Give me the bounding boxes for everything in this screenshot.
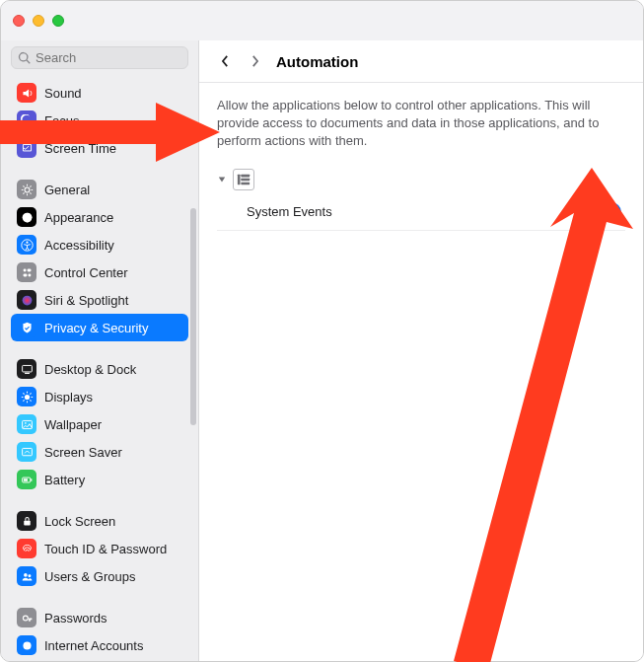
appearance-icon	[17, 207, 36, 227]
page-title: Automation	[276, 53, 358, 70]
sidebar-item-lockscreen[interactable]: Lock Screen	[11, 507, 188, 535]
sidebar-item-label: Appearance	[44, 210, 113, 225]
forward-button[interactable]	[243, 50, 266, 72]
wallpaper-icon	[17, 414, 36, 434]
close-window-button[interactable]	[13, 15, 25, 27]
back-button[interactable]	[213, 50, 237, 72]
battery-icon	[17, 470, 36, 489]
sidebar-item-general[interactable]: General	[11, 176, 188, 203]
permission-row: System Events	[217, 194, 625, 231]
sidebar-item-label: Lock Screen	[44, 514, 115, 529]
sidebar-item-desktop[interactable]: Desktop & Dock	[11, 355, 188, 383]
svg-rect-14	[22, 448, 32, 455]
siri-icon	[17, 290, 36, 310]
sidebar-item-label: Displays	[44, 390, 93, 405]
sidebar-item-touchid[interactable]: Touch ID & Password	[11, 535, 188, 562]
svg-rect-9	[22, 365, 32, 372]
svg-rect-5	[27, 268, 31, 271]
sound-icon	[17, 83, 36, 103]
internet-icon: @	[17, 635, 36, 655]
description-text: Allow the applications below to control …	[217, 97, 625, 151]
sidebar-item-label: Touch ID & Password	[44, 542, 167, 556]
svg-point-13	[25, 422, 27, 424]
search-icon	[18, 51, 32, 65]
sidebar-item-label: Wallpaper	[44, 417, 102, 432]
sidebar-scrollbar[interactable]	[190, 208, 196, 425]
users-icon	[17, 566, 36, 586]
sidebar-item-label: Screen Saver	[44, 445, 122, 460]
sidebar-item-label: General	[44, 183, 90, 197]
app-icon	[233, 169, 254, 190]
sidebar-item-label: Accessibility	[44, 238, 114, 253]
accessibility-icon	[17, 235, 36, 255]
sidebar-item-displays[interactable]: Displays	[11, 383, 188, 410]
sidebar-item-label: Battery	[44, 473, 85, 487]
permission-toggle[interactable]	[588, 202, 621, 222]
sidebar-item-label: Internet Accounts	[44, 638, 143, 653]
disclosure-triangle-icon[interactable]	[217, 176, 227, 184]
general-icon	[17, 180, 36, 199]
app-disclosure-row[interactable]	[217, 165, 625, 194]
svg-rect-10	[25, 372, 30, 373]
sidebar-item-appearance[interactable]: Appearance	[11, 203, 188, 231]
sidebar-item-screensaver[interactable]: Screen Saver	[11, 438, 188, 466]
sidebar-item-screentime[interactable]: Screen Time	[11, 134, 188, 162]
sidebar-item-internet[interactable]: @Internet Accounts	[11, 631, 188, 659]
svg-rect-30	[238, 174, 241, 184]
sidebar-item-accessibility[interactable]: Accessibility	[11, 231, 188, 258]
svg-rect-31	[241, 174, 250, 177]
svg-point-21	[23, 616, 28, 621]
search-input[interactable]	[36, 50, 181, 65]
svg-rect-17	[23, 478, 27, 480]
svg-rect-18	[24, 520, 31, 525]
sidebar-item-label: Privacy & Security	[44, 321, 148, 335]
desktop-icon	[17, 359, 36, 379]
sidebar-item-label: Control Center	[44, 265, 128, 280]
svg-rect-33	[241, 182, 250, 184]
sidebar-item-label: Desktop & Dock	[44, 362, 136, 377]
svg-rect-16	[31, 478, 32, 480]
svg-point-0	[25, 187, 30, 192]
sidebar-item-battery[interactable]: Battery	[11, 466, 188, 493]
sidebar-item-users[interactable]: Users & Groups	[11, 562, 188, 590]
titlebar	[1, 1, 643, 40]
sidebar-item-sound[interactable]: Sound	[11, 79, 188, 107]
sidebar-item-focus[interactable]: Focus	[11, 107, 188, 134]
sidebar-item-label: Sound	[44, 86, 82, 101]
displays-icon	[17, 387, 36, 406]
sidebar-item-passwords[interactable]: Passwords	[11, 604, 188, 631]
lockscreen-icon	[17, 511, 36, 531]
screensaver-icon	[17, 442, 36, 462]
touchid-icon	[17, 539, 36, 558]
privacy-icon	[17, 318, 36, 337]
sidebar-item-privacy[interactable]: Privacy & Security	[11, 314, 188, 341]
svg-point-11	[24, 394, 29, 399]
svg-point-4	[23, 268, 26, 271]
screentime-icon	[17, 138, 36, 158]
svg-rect-6	[23, 273, 27, 276]
sidebar-item-label: Screen Time	[44, 141, 116, 156]
svg-point-19	[24, 573, 28, 577]
sidebar: SoundFocusScreen TimeGeneralAppearanceAc…	[1, 40, 198, 661]
svg-marker-29	[219, 177, 225, 182]
passwords-icon	[17, 608, 36, 627]
sidebar-item-wallpaper[interactable]: Wallpaper	[11, 410, 188, 438]
sidebar-item-label: Focus	[44, 113, 79, 128]
content-header: Automation	[199, 40, 643, 83]
minimize-window-button[interactable]	[33, 15, 44, 27]
sidebar-item-label: Users & Groups	[44, 569, 135, 584]
focus-icon	[17, 110, 36, 130]
svg-point-3	[26, 241, 28, 243]
zoom-window-button[interactable]	[52, 15, 64, 27]
sidebar-item-label: Siri & Spotlight	[44, 293, 128, 308]
svg-point-7	[28, 273, 31, 276]
permission-label: System Events	[247, 204, 332, 219]
sidebar-item-label: Passwords	[44, 611, 107, 625]
sidebar-item-controlcenter[interactable]: Control Center	[11, 258, 188, 286]
svg-text:@: @	[24, 641, 31, 648]
search-field[interactable]	[11, 46, 188, 69]
svg-point-20	[28, 574, 31, 577]
sidebar-item-siri[interactable]: Siri & Spotlight	[11, 286, 188, 314]
svg-point-8	[22, 295, 32, 305]
controlcenter-icon	[17, 262, 36, 282]
